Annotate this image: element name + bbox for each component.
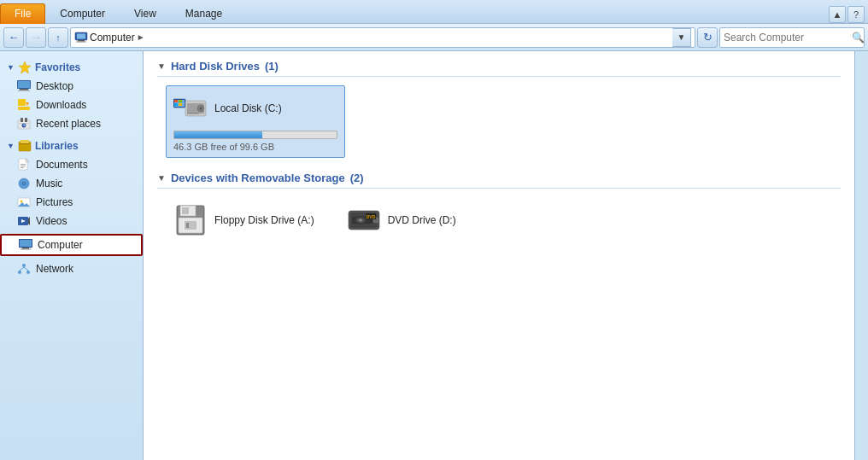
documents-icon	[17, 158, 31, 172]
svg-point-69	[359, 219, 362, 222]
svg-rect-25	[21, 167, 24, 168]
address-crumb-computer: Computer ►	[74, 32, 145, 44]
floppy-disk-icon	[173, 203, 208, 237]
toolbar: ← → ↑ Computer ► ▼ ↻ 🔍	[0, 24, 868, 51]
svg-point-40	[18, 271, 21, 274]
svg-rect-10	[18, 99, 26, 106]
address-bar[interactable]: Computer ► ▼	[70, 27, 695, 48]
svg-point-39	[22, 264, 26, 267]
sidebar-section-network: Network	[0, 259, 143, 278]
videos-icon	[17, 214, 31, 228]
libraries-label: Libraries	[35, 140, 79, 152]
removable-section-arrow[interactable]: ▼	[157, 173, 166, 183]
search-icon[interactable]: 🔍	[852, 32, 865, 44]
sidebar-item-network[interactable]: Network	[0, 259, 143, 278]
removable-section-header: ▼ Devices with Removable Storage (2)	[157, 172, 841, 189]
sidebar-item-videos-label: Videos	[36, 215, 67, 227]
help-button[interactable]: ?	[847, 6, 865, 23]
refresh-button[interactable]: ↻	[697, 27, 718, 48]
removable-section-title: Devices with Removable Storage	[171, 172, 345, 184]
svg-rect-3	[76, 41, 86, 42]
libraries-arrow-icon: ▼	[7, 142, 15, 150]
svg-rect-38	[21, 249, 31, 250]
dvd-drive-label: DVD Drive (D:)	[388, 214, 456, 226]
desktop-icon	[17, 79, 31, 93]
local-disk-icon	[173, 91, 208, 125]
sidebar-item-videos[interactable]: Videos	[0, 212, 143, 230]
scrollbar[interactable]	[854, 51, 868, 460]
address-dropdown-button[interactable]: ▼	[672, 28, 691, 47]
svg-rect-2	[78, 40, 85, 42]
svg-line-42	[20, 267, 24, 271]
sidebar-section-favorites: ▼ Favorites Desktop	[0, 58, 143, 133]
removable-grid: Floppy Disk Drive (A:) DVD	[157, 197, 841, 243]
sidebar-item-pictures[interactable]: Pictures	[0, 193, 143, 212]
drive-item-c[interactable]: Local Disk (C:) 46.3 GB free of 99.6 GB	[166, 85, 345, 158]
svg-point-53	[200, 108, 202, 110]
sidebar-section-libraries: ▼ Libraries Do	[0, 137, 143, 230]
ribbon-tab-bar: File Computer View Manage ▲ ?	[0, 0, 868, 24]
svg-rect-21	[20, 143, 30, 144]
svg-rect-1	[77, 33, 85, 38]
svg-rect-20	[21, 140, 29, 143]
svg-rect-6	[18, 81, 30, 88]
up-button[interactable]: ↑	[48, 27, 68, 48]
content-panel: ▼ Hard Disk Drives (1)	[144, 51, 854, 460]
floppy-disk-label: Floppy Disk Drive (A:)	[214, 214, 314, 226]
sidebar: ▼ Favorites Desktop	[0, 51, 144, 460]
computer-crumb-icon	[74, 32, 88, 44]
tab-computer[interactable]: Computer	[45, 3, 120, 24]
svg-rect-57	[182, 207, 189, 214]
svg-rect-23	[21, 164, 26, 165]
search-input[interactable]	[724, 32, 852, 44]
main-area: ▼ Favorites Desktop	[0, 51, 868, 460]
sidebar-libraries-title[interactable]: ▼ Libraries	[0, 137, 143, 155]
svg-marker-11	[26, 102, 29, 106]
sidebar-item-recent-places[interactable]: Recent places	[0, 114, 143, 133]
dvd-drive-icon: DVD	[347, 203, 381, 237]
computer-sidebar-icon	[19, 238, 32, 252]
removable-item-floppy[interactable]: Floppy Disk Drive (A:)	[166, 197, 322, 243]
sidebar-item-music[interactable]: ♪ Music	[0, 174, 143, 193]
address-crumb-arrow: ►	[137, 32, 145, 42]
svg-rect-8	[18, 90, 30, 91]
forward-button[interactable]: →	[26, 27, 46, 48]
sidebar-favorites-title[interactable]: ▼ Favorites	[0, 58, 143, 77]
tab-file[interactable]: File	[0, 3, 45, 24]
drives-grid: Local Disk (C:) 46.3 GB free of 99.6 GB	[157, 85, 841, 158]
sidebar-section-computer: Computer	[0, 234, 143, 256]
hard-disk-section-arrow[interactable]: ▼	[157, 61, 166, 71]
removable-item-dvd[interactable]: DVD DVD Drive (D:)	[339, 197, 476, 243]
sidebar-item-documents-label: Documents	[36, 159, 88, 171]
sidebar-item-recent-places-label: Recent places	[36, 118, 101, 130]
search-box: 🔍	[719, 27, 865, 48]
sidebar-item-computer[interactable]: Computer	[0, 234, 143, 256]
tab-view[interactable]: View	[120, 3, 171, 24]
svg-rect-48	[174, 103, 178, 106]
drive-c-label: Local Disk (C:)	[214, 102, 282, 114]
sidebar-item-downloads-label: Downloads	[36, 99, 86, 111]
drive-c-progress-bar	[173, 131, 337, 139]
drive-c-space-text: 46.3 GB free of 99.6 GB	[173, 142, 337, 152]
svg-marker-33	[28, 217, 30, 225]
ribbon-collapse-button[interactable]: ▲	[829, 6, 846, 23]
sidebar-item-pictures-label: Pictures	[36, 196, 73, 208]
sidebar-item-desktop[interactable]: Desktop	[0, 77, 143, 96]
hard-disk-section-header: ▼ Hard Disk Drives (1)	[157, 60, 841, 77]
favorites-arrow-icon: ▼	[7, 63, 15, 72]
music-icon: ♪	[17, 177, 31, 190]
sidebar-item-network-label: Network	[36, 263, 73, 275]
sidebar-item-downloads[interactable]: Downloads	[0, 96, 143, 114]
tab-manage[interactable]: Manage	[171, 3, 237, 24]
svg-rect-13	[21, 118, 23, 122]
sidebar-item-documents[interactable]: Documents	[0, 155, 143, 174]
sidebar-item-desktop-label: Desktop	[36, 80, 73, 92]
svg-rect-14	[25, 118, 27, 122]
back-button[interactable]: ←	[3, 27, 24, 48]
svg-rect-47	[179, 100, 182, 102]
removable-section-count: (2)	[350, 172, 364, 184]
drive-c-progress-fill	[174, 131, 262, 138]
svg-marker-4	[19, 61, 31, 73]
recent-places-icon	[17, 117, 31, 131]
address-crumb-label: Computer	[90, 32, 135, 44]
